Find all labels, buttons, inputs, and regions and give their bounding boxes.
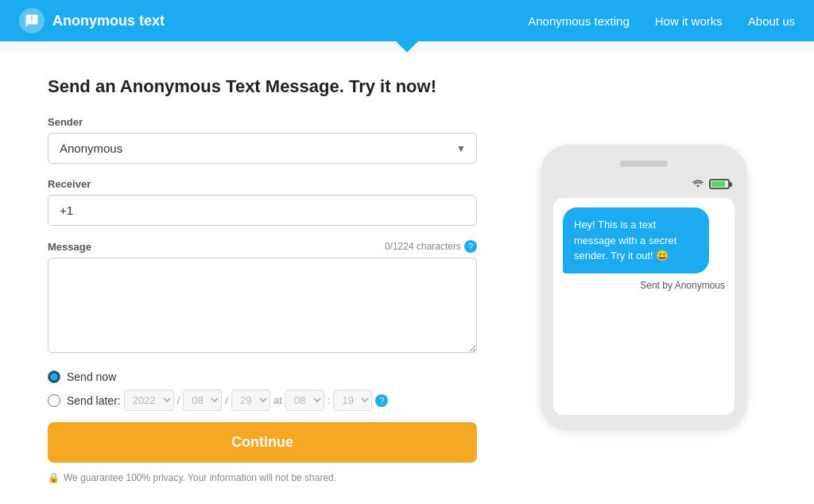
year-select: 2022 bbox=[124, 390, 174, 411]
day-select: 29 bbox=[231, 390, 270, 411]
help-icon[interactable]: ? bbox=[464, 240, 477, 253]
send-later-label[interactable]: Send later: bbox=[67, 394, 121, 407]
battery-icon bbox=[709, 179, 730, 189]
schedule-group: Send now Send later: 2022 / 08 / 29 bbox=[48, 370, 477, 411]
header: Anonymous text Anonymous texting How it … bbox=[0, 0, 814, 41]
continue-button[interactable]: Continue bbox=[48, 422, 477, 463]
sent-by: Sent by Anonymous bbox=[563, 280, 725, 291]
hour-select: 08 bbox=[285, 390, 324, 411]
send-now-label[interactable]: Send now bbox=[67, 370, 116, 383]
privacy-note: 🔒 We guarantee 100% privacy. Your inform… bbox=[48, 472, 477, 483]
battery-tip bbox=[730, 182, 732, 187]
chat-bubble-wrapper: Hey! This is a text message with a secre… bbox=[563, 207, 725, 291]
wifi-icon bbox=[692, 178, 704, 190]
header-caret bbox=[0, 41, 814, 52]
form-panel: Send an Anonymous Text Message. Try it n… bbox=[48, 76, 477, 483]
send-now-option: Send now bbox=[48, 370, 477, 383]
nav-about-us[interactable]: About us bbox=[748, 14, 795, 28]
message-label: Message bbox=[48, 241, 91, 253]
receiver-input[interactable] bbox=[48, 195, 477, 226]
minute-select: 19 bbox=[333, 390, 372, 411]
message-group: Message 0/1224 characters ? bbox=[48, 240, 477, 356]
page-title: Send an Anonymous Text Message. Try it n… bbox=[48, 76, 477, 97]
phone-mockup: Hey! This is a text message with a secre… bbox=[541, 145, 747, 431]
send-now-radio[interactable] bbox=[48, 370, 60, 383]
send-later-option: Send later: 2022 / 08 / 29 at 08 bbox=[48, 390, 477, 411]
sender-label: Sender bbox=[48, 116, 477, 128]
battery-fill bbox=[711, 181, 725, 187]
caret-icon bbox=[396, 41, 418, 52]
sender-select-wrapper: Anonymous ▼ bbox=[48, 133, 477, 164]
sender-select[interactable]: Anonymous bbox=[48, 133, 477, 164]
sender-group: Sender Anonymous ▼ bbox=[48, 116, 477, 164]
phone-screen: Hey! This is a text message with a secre… bbox=[553, 198, 735, 415]
schedule-help-icon[interactable]: ? bbox=[375, 394, 388, 407]
main-nav: Anonymous texting How it works About us bbox=[528, 14, 795, 28]
receiver-label: Receiver bbox=[48, 178, 477, 190]
main-content: Send an Anonymous Text Message. Try it n… bbox=[0, 52, 814, 504]
lock-icon: 🔒 bbox=[48, 472, 60, 483]
message-textarea[interactable] bbox=[48, 258, 477, 353]
month-select: 08 bbox=[183, 390, 222, 411]
message-counter: 0/1224 characters ? bbox=[385, 240, 477, 253]
phone-panel: Hey! This is a text message with a secre… bbox=[525, 76, 763, 483]
logo-text: Anonymous text bbox=[52, 13, 165, 29]
logo: Anonymous text bbox=[19, 8, 528, 33]
nav-anonymous-texting[interactable]: Anonymous texting bbox=[528, 14, 630, 28]
privacy-text: We guarantee 100% privacy. Your informat… bbox=[64, 472, 336, 483]
send-later-radio[interactable] bbox=[48, 394, 60, 407]
phone-notch bbox=[620, 161, 668, 167]
send-later-row: Send later: 2022 / 08 / 29 at 08 bbox=[67, 390, 388, 411]
nav-how-it-works[interactable]: How it works bbox=[655, 14, 723, 28]
logo-icon bbox=[19, 8, 45, 33]
phone-status-bar bbox=[553, 178, 735, 190]
receiver-group: Receiver bbox=[48, 178, 477, 226]
message-label-row: Message 0/1224 characters ? bbox=[48, 240, 477, 253]
chat-bubble: Hey! This is a text message with a secre… bbox=[563, 207, 709, 273]
